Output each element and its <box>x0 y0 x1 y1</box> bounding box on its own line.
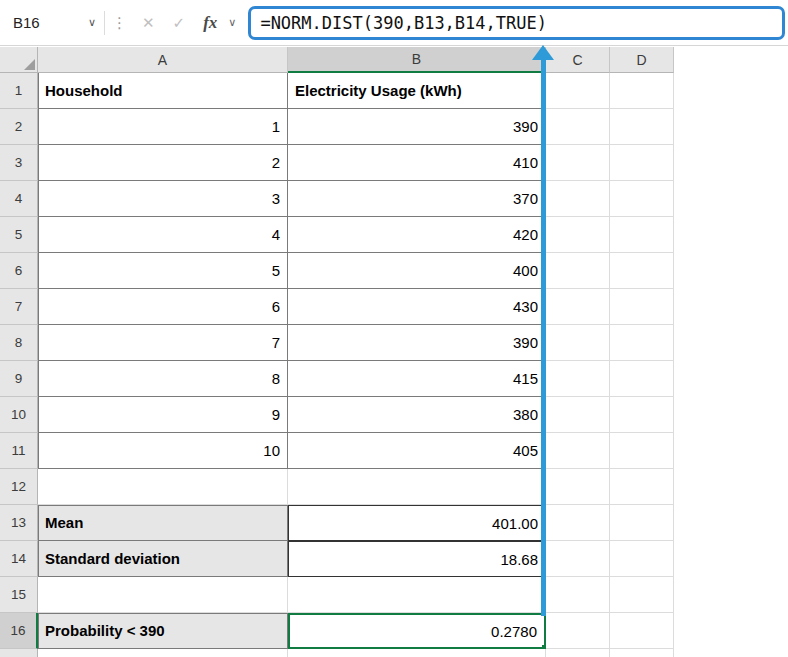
column-header-C[interactable]: C <box>546 47 610 73</box>
cell-D17[interactable] <box>610 649 674 657</box>
formula-bar-splitter-icon[interactable]: ⋮ <box>105 14 133 32</box>
cell-B7[interactable]: 430 <box>288 289 546 325</box>
cell-A12[interactable] <box>38 469 288 505</box>
cell-C2[interactable] <box>546 109 610 145</box>
cell-B6[interactable]: 400 <box>288 253 546 289</box>
row-header-14[interactable]: 14 <box>0 541 38 577</box>
cell-B5[interactable]: 420 <box>288 217 546 253</box>
cell-C12[interactable] <box>546 469 610 505</box>
name-box-dropdown-icon[interactable]: ∨ <box>88 16 96 29</box>
cell-C11[interactable] <box>546 433 610 469</box>
row-header-3[interactable]: 3 <box>0 145 38 181</box>
cell-D7[interactable] <box>610 289 674 325</box>
row-header-11[interactable]: 11 <box>0 433 38 469</box>
cell-A4[interactable]: 3 <box>38 181 288 217</box>
cell-A5[interactable]: 4 <box>38 217 288 253</box>
select-all-corner[interactable] <box>0 47 38 73</box>
fill-handle[interactable] <box>541 644 546 649</box>
column-header-B[interactable]: B <box>288 47 546 73</box>
cell-C4[interactable] <box>546 181 610 217</box>
cell-B8[interactable]: 390 <box>288 325 546 361</box>
cell-D15[interactable] <box>610 577 674 613</box>
cell-B3[interactable]: 410 <box>288 145 546 181</box>
cell-C13[interactable] <box>546 505 610 541</box>
cancel-icon[interactable]: ✕ <box>133 14 164 32</box>
cell-C5[interactable] <box>546 217 610 253</box>
row-header-15[interactable]: 15 <box>0 577 38 613</box>
cell-B14[interactable]: 18.68 <box>288 541 546 577</box>
cell-C6[interactable] <box>546 253 610 289</box>
row-header-12[interactable]: 12 <box>0 469 38 505</box>
cell-D11[interactable] <box>610 433 674 469</box>
cell-B9[interactable]: 415 <box>288 361 546 397</box>
row-header-8[interactable]: 8 <box>0 325 38 361</box>
cell-A16[interactable]: Probability < 390 <box>38 613 288 649</box>
cell-A11[interactable]: 10 <box>38 433 288 469</box>
cell-A15[interactable] <box>38 577 288 613</box>
cell-A7[interactable]: 6 <box>38 289 288 325</box>
row-header-13[interactable]: 13 <box>0 505 38 541</box>
cell-A13[interactable]: Mean <box>38 505 288 541</box>
row-header-16[interactable]: 16 <box>0 613 38 649</box>
cell-B4[interactable]: 370 <box>288 181 546 217</box>
cell-A6[interactable]: 5 <box>38 253 288 289</box>
cell-C16[interactable] <box>546 613 610 649</box>
cell-D10[interactable] <box>610 397 674 433</box>
cell-A2[interactable]: 1 <box>38 109 288 145</box>
cell-B11[interactable]: 405 <box>288 433 546 469</box>
cell-C14[interactable] <box>546 541 610 577</box>
cell-C3[interactable] <box>546 145 610 181</box>
cell-B1[interactable]: Electricity Usage (kWh) <box>288 73 546 109</box>
row-header-10[interactable]: 10 <box>0 397 38 433</box>
cell-C10[interactable] <box>546 397 610 433</box>
row-header-17[interactable] <box>0 649 38 657</box>
cell-C8[interactable] <box>546 325 610 361</box>
cell-C9[interactable] <box>546 361 610 397</box>
cell-A9[interactable]: 8 <box>38 361 288 397</box>
sheet-row-5: 5 4 420 <box>0 217 674 253</box>
name-box[interactable]: B16 ∨ <box>0 7 104 39</box>
cell-D12[interactable] <box>610 469 674 505</box>
cell-D16[interactable] <box>610 613 674 649</box>
cell-D4[interactable] <box>610 181 674 217</box>
cell-D9[interactable] <box>610 361 674 397</box>
cell-D3[interactable] <box>610 145 674 181</box>
row-header-6[interactable]: 6 <box>0 253 38 289</box>
cell-C17[interactable] <box>546 649 610 657</box>
cell-B10[interactable]: 380 <box>288 397 546 433</box>
enter-icon[interactable]: ✓ <box>164 14 195 32</box>
cell-D2[interactable] <box>610 109 674 145</box>
cell-B12[interactable] <box>288 469 546 505</box>
row-header-4[interactable]: 4 <box>0 181 38 217</box>
row-header-9[interactable]: 9 <box>0 361 38 397</box>
cell-D6[interactable] <box>610 253 674 289</box>
cell-B2[interactable]: 390 <box>288 109 546 145</box>
cell-A1[interactable]: Household <box>38 73 288 109</box>
formula-input[interactable]: =NORM.DIST(390,B13,B14,TRUE) <box>248 6 785 40</box>
cell-A17[interactable] <box>38 649 288 657</box>
cell-D14[interactable] <box>610 541 674 577</box>
cell-A14[interactable]: Standard deviation <box>38 541 288 577</box>
row-header-2[interactable]: 2 <box>0 109 38 145</box>
cell-A3[interactable]: 2 <box>38 145 288 181</box>
row-header-1[interactable]: 1 <box>0 73 38 109</box>
column-header-A[interactable]: A <box>38 47 288 73</box>
cell-A10[interactable]: 9 <box>38 397 288 433</box>
cell-C15[interactable] <box>546 577 610 613</box>
cell-C1[interactable] <box>546 73 610 109</box>
cell-D1[interactable] <box>610 73 674 109</box>
cell-A8[interactable]: 7 <box>38 325 288 361</box>
cell-B17[interactable] <box>288 649 546 657</box>
cell-D8[interactable] <box>610 325 674 361</box>
formula-bar-expand-icon[interactable]: ∨ <box>226 16 242 29</box>
cell-B16-active[interactable]: 0.2780 <box>288 613 546 649</box>
row-header-5[interactable]: 5 <box>0 217 38 253</box>
column-header-D[interactable]: D <box>610 47 674 73</box>
row-header-7[interactable]: 7 <box>0 289 38 325</box>
cell-D5[interactable] <box>610 217 674 253</box>
cell-B13[interactable]: 401.00 <box>288 505 546 541</box>
cell-C7[interactable] <box>546 289 610 325</box>
cell-B15[interactable] <box>288 577 546 613</box>
cell-D13[interactable] <box>610 505 674 541</box>
insert-function-icon[interactable]: fx <box>194 13 226 33</box>
